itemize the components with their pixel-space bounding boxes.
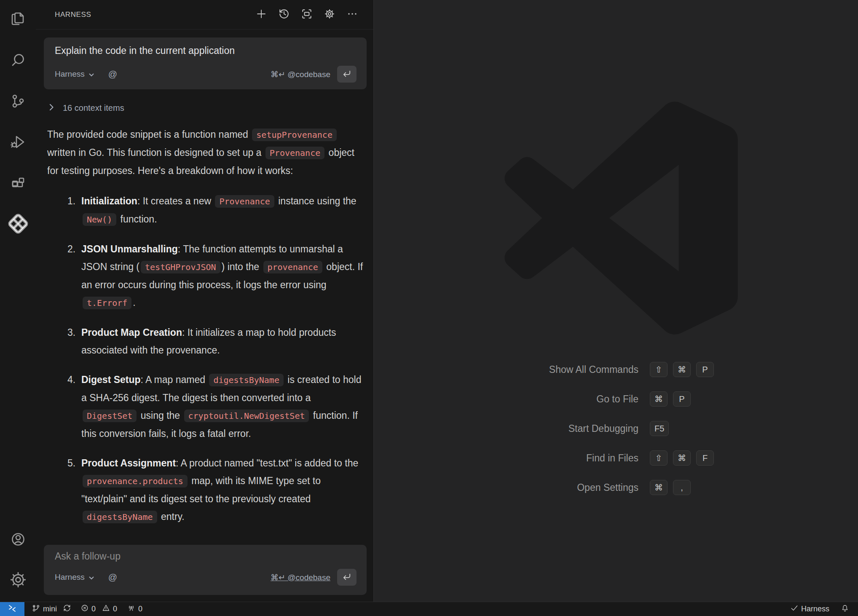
activity-bar [0,0,36,602]
more-actions-button[interactable] [346,9,358,21]
harness-status[interactable]: Harness [791,605,829,613]
list-item: Digest Setup: A map named digestsByName … [67,371,365,442]
history-button[interactable] [278,9,290,21]
warning-icon [102,604,110,614]
shortcut-keys: ⇧⌘P [650,362,714,377]
response-list: Initialization: It creates a new Provena… [67,192,365,526]
user-message-card: Explain the code in the current applicat… [44,37,367,89]
sidebar-item-extensions[interactable] [9,174,27,193]
followup-input[interactable] [55,551,357,562]
keycap: P [696,362,714,377]
radio-tower-icon [127,604,135,614]
keycap: ⌘ [650,480,668,495]
model-picker-label: Harness [55,70,85,79]
source-control-icon [9,92,27,112]
shortcuts-list: Show All Commands ⇧⌘P Go to File ⌘P Star… [380,355,714,502]
manage-button[interactable] [9,571,27,590]
shortcut-label: Find in Files [380,453,638,464]
sidebar-item-search[interactable] [9,52,27,70]
list-item: Product Map Creation: It initializes a m… [67,324,365,359]
problems-status[interactable]: 0 0 [81,604,117,614]
sidebar-item-harness[interactable] [9,215,27,234]
codebase-hint[interactable]: ⌘↵ @codebase [271,70,330,79]
search-icon [9,51,27,71]
return-icon [342,70,351,79]
panel-header: HARNESS [36,0,373,29]
editor-area: Show All Commands ⇧⌘P Go to File ⌘P Star… [374,0,858,602]
context-items-label: 16 context items [63,103,124,113]
vscode-window: HARNESS [0,0,858,602]
ellipsis-icon [347,8,358,21]
notifications-button[interactable] [841,604,849,614]
harness-icon [7,213,29,236]
debug-icon [9,133,27,153]
accounts-button[interactable] [9,531,27,549]
sidebar-item-run-debug[interactable] [9,134,27,152]
followup-card: Harness @ ⌘↵ @codebase [44,545,367,595]
shortcut-label: Show All Commands [380,364,638,375]
status-bar: mini 0 0 0 [0,602,858,616]
sync-icon [63,604,71,614]
user-message-text: Explain the code in the current applicat… [55,45,357,56]
assistant-response: The provided code snippet is a function … [44,126,365,526]
keycap: , [673,480,691,495]
branch-status[interactable]: mini [32,604,71,614]
remote-indicator[interactable] [0,602,24,616]
sidebar-item-source-control[interactable] [9,93,27,111]
send-button[interactable] [337,569,357,586]
remote-icon [8,604,17,614]
harness-status-label: Harness [801,605,829,613]
git-branch-icon [32,604,40,614]
activity-bar-bottom [9,531,27,602]
model-picker-label: Harness [55,573,85,582]
files-icon [9,10,27,30]
shortcut-row: Show All Commands ⇧⌘P [380,355,714,384]
status-bar-left: mini 0 0 0 [24,604,142,614]
shortcut-keys: F5 [650,421,669,436]
history-icon [279,8,290,21]
branch-label: mini [43,605,57,613]
vscode-logo-watermark [501,99,740,337]
panel-toolbar [255,9,358,21]
keycap: ⌘ [673,450,691,466]
status-bar-right: Harness [791,604,858,614]
chevron-right-icon [49,103,54,113]
plus-icon [256,8,267,21]
add-context-button[interactable]: @ [108,572,117,582]
chat-settings-button[interactable] [324,9,335,21]
shortcut-keys: ⌘, [650,480,691,495]
extensions-icon [9,174,27,194]
codebase-link[interactable]: ⌘↵ @codebase [271,573,330,582]
shortcut-keys: ⇧⌘F [650,450,714,466]
warning-count: 0 [113,605,117,613]
shortcut-row: Open Settings ⌘, [380,473,714,502]
model-picker[interactable]: Harness [55,573,94,582]
screen-full-icon [301,8,312,21]
error-count: 0 [91,605,96,613]
sidebar-item-explorer[interactable] [9,11,27,29]
harness-chat-panel: HARNESS [36,0,374,602]
chevron-down-icon [88,573,94,582]
new-chat-button[interactable] [255,9,267,21]
add-context-button[interactable]: @ [108,69,117,79]
shortcut-row: Go to File ⌘P [380,384,714,414]
gear-icon [324,8,335,21]
error-icon [81,604,88,614]
keycap: ⌘ [673,362,691,377]
keycap: ⌘ [650,391,668,407]
shortcut-row: Find in Files ⇧⌘F [380,443,714,473]
model-picker[interactable]: Harness [55,70,94,79]
context-items-toggle[interactable]: 16 context items [44,99,367,116]
list-item: Initialization: It creates a new Provena… [67,192,365,228]
chat-content: Explain the code in the current applicat… [36,29,373,602]
list-item: Product Assignment: A product named "tes… [67,454,365,526]
response-intro: The provided code snippet is a function … [47,126,365,179]
maximize-panel-button[interactable] [301,9,313,21]
message-controls: Harness @ ⌘↵ @codebase [55,66,357,83]
bell-icon [841,604,849,614]
send-button[interactable] [337,66,357,83]
broadcast-status[interactable]: 0 [127,604,142,614]
shortcut-keys: ⌘P [650,391,691,407]
keycap: F5 [650,421,669,436]
activity-bar-top [9,11,27,234]
